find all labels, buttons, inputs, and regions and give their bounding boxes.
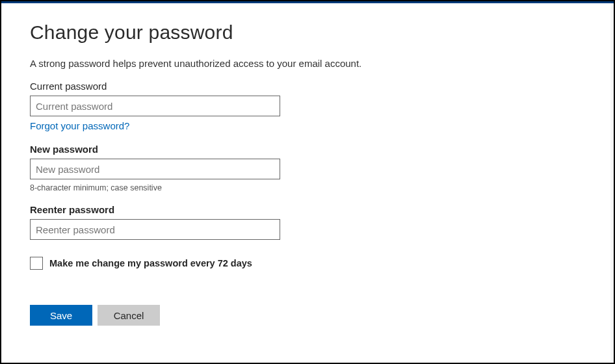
new-password-block: New password 8-character minimum; case s… [30,144,585,192]
reenter-password-input[interactable] [30,219,280,240]
reenter-password-label: Reenter password [30,204,585,215]
current-password-input[interactable] [30,96,280,116]
new-password-input[interactable] [30,159,280,179]
expiry-checkbox-row: Make me change my password every 72 days [30,257,585,270]
page-title: Change your password [30,21,585,44]
content-area: Change your password A strong password h… [1,3,614,341]
current-password-block: Current password Forgot your password? [30,81,585,132]
button-row: Save Cancel [30,305,585,326]
cancel-button[interactable]: Cancel [98,305,160,326]
save-button[interactable]: Save [30,305,92,326]
forgot-password-link[interactable]: Forgot your password? [30,120,129,131]
window-frame: Change your password A strong password h… [0,0,615,364]
current-password-label: Current password [30,81,585,92]
expiry-checkbox[interactable] [30,257,43,270]
page-subtitle: A strong password helps prevent unauthor… [30,58,585,69]
reenter-password-block: Reenter password [30,204,585,240]
new-password-label: New password [30,144,585,155]
password-hint: 8-character minimum; case sensitive [30,183,585,192]
expiry-checkbox-label[interactable]: Make me change my password every 72 days [49,258,252,268]
